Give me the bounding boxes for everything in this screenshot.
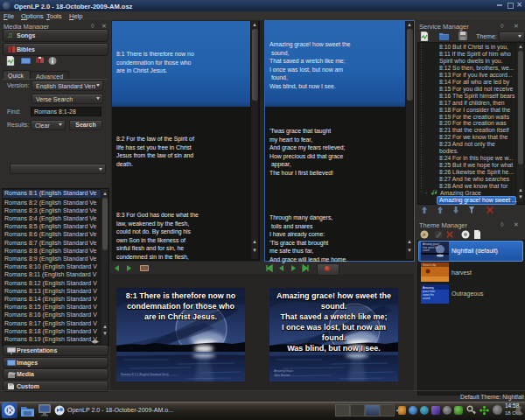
svg-text:Romans 8:1-5 (English Standard: Romans 8:1-5 (English Standard Vers) bbox=[121, 373, 169, 376]
svg-text:Great is thy: Great is thy bbox=[423, 263, 437, 267]
svg-text:sound: sound bbox=[423, 297, 430, 300]
svg-text:John Newton: John Newton bbox=[274, 374, 290, 377]
svg-text:Amazing Grace: Amazing Grace bbox=[274, 369, 293, 373]
svg-text:K: K bbox=[8, 406, 14, 415]
svg-text:sound: sound bbox=[423, 248, 430, 252]
